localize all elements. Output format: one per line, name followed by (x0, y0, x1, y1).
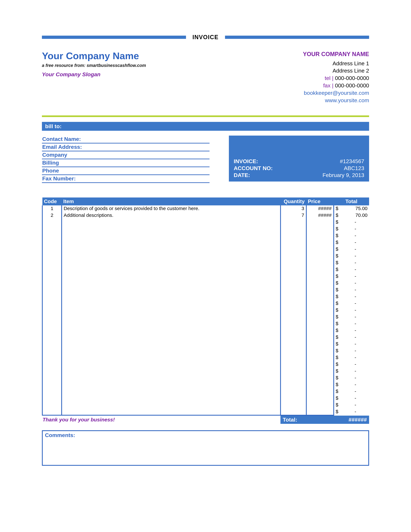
col-item: Item (62, 198, 280, 205)
bill-to-bar: bill to: (42, 122, 369, 131)
resource-line: a free resource from: smartbusinesscashf… (42, 63, 146, 68)
account-value: ABC123 (344, 165, 364, 171)
cell-code (42, 314, 62, 321)
cell-total: 70.00 (342, 212, 369, 219)
cell-qty (280, 260, 306, 266)
col-price: Price (306, 198, 334, 205)
cell-code (42, 361, 62, 368)
cell-qty (280, 273, 306, 280)
cell-price (306, 314, 334, 321)
table-row: 2Additional descriptions.7#####$70.00 (42, 212, 369, 219)
cell-item (62, 348, 280, 354)
fax-value: 000-000-0000 (335, 82, 369, 88)
email-link[interactable]: bookkeeper@yoursite.com (303, 89, 369, 97)
table-row: $- (42, 402, 369, 408)
bill-field-label: Contact Name: (42, 136, 81, 142)
cell-item (62, 239, 280, 246)
table-row: $- (42, 381, 369, 388)
bill-field[interactable]: Billing (42, 159, 210, 167)
cell-total: - (342, 361, 369, 368)
cell-total: - (342, 368, 369, 375)
cell-code (42, 354, 62, 361)
cell-price: ##### (306, 212, 334, 219)
cell-price (306, 402, 334, 408)
cell-total: - (342, 388, 369, 395)
cell-qty (280, 232, 306, 239)
comments-box[interactable]: Comments: (42, 430, 369, 466)
bill-field[interactable]: Company (42, 151, 210, 159)
cell-qty (280, 321, 306, 327)
table-row: $- (42, 260, 369, 266)
cell-qty: 7 (280, 212, 306, 219)
fax-line: fax | 000-000-0000 (303, 82, 369, 89)
bill-field[interactable]: Phone (42, 167, 210, 175)
cell-code (42, 381, 62, 388)
cell-code (42, 266, 62, 273)
table-row: $- (42, 294, 369, 300)
bill-field[interactable]: Contact Name: (42, 136, 210, 143)
cell-qty (280, 294, 306, 300)
table-row: 1Description of goods or services provid… (42, 205, 369, 212)
cell-currency: $ (334, 375, 342, 381)
website-link[interactable]: www.yoursite.com (303, 97, 369, 104)
cell-qty (280, 334, 306, 341)
cell-total: - (342, 354, 369, 361)
cell-total: - (342, 226, 369, 232)
cell-total: - (342, 321, 369, 327)
table-row: $- (42, 219, 369, 226)
grand-total-label: Total: (280, 416, 332, 424)
cell-total: - (342, 273, 369, 280)
tel-line: tel | 000-000-0000 (303, 75, 369, 82)
cell-price (306, 239, 334, 246)
bill-to-label: bill to: (45, 123, 62, 129)
cell-code: 1 (42, 205, 62, 212)
cell-qty (280, 375, 306, 381)
cell-code (42, 375, 62, 381)
table-row: $- (42, 246, 369, 253)
cell-currency: $ (334, 368, 342, 375)
cell-currency: $ (334, 361, 342, 368)
bill-fields: Contact Name:Email Address:CompanyBillin… (42, 136, 210, 183)
cell-qty (280, 280, 306, 287)
cell-qty (280, 327, 306, 334)
bill-field-label: Billing (42, 160, 59, 166)
table-row: $- (42, 287, 369, 294)
document-title: INVOICE (192, 34, 219, 41)
date-line: DATE: February 9, 2013 (234, 172, 364, 178)
cell-currency: $ (334, 307, 342, 314)
bill-field[interactable]: Fax Number: (42, 175, 210, 183)
cell-qty (280, 300, 306, 307)
cell-item (62, 314, 280, 321)
cell-item (62, 266, 280, 273)
cell-total: - (342, 287, 369, 294)
cell-currency: $ (334, 239, 342, 246)
table-row: $- (42, 327, 369, 334)
cell-code (42, 287, 62, 294)
cell-total: - (342, 402, 369, 408)
table-row: $- (42, 388, 369, 395)
col-total: Total (334, 198, 369, 205)
cell-code (42, 395, 62, 402)
cell-code (42, 300, 62, 307)
table-row: $- (42, 226, 369, 232)
cell-item (62, 232, 280, 239)
cell-qty (280, 314, 306, 321)
fax-label: fax (323, 82, 330, 88)
cell-item (62, 381, 280, 388)
table-row: $- (42, 300, 369, 307)
cell-item (62, 327, 280, 334)
table-row: $- (42, 280, 369, 287)
comments-label: Comments: (45, 432, 75, 438)
grand-total-value: ###### (332, 416, 369, 424)
cell-currency: $ (334, 260, 342, 266)
cell-price (306, 287, 334, 294)
cell-total: 75.00 (342, 205, 369, 212)
cell-currency: $ (334, 205, 342, 212)
cell-currency: $ (334, 287, 342, 294)
cell-code (42, 408, 62, 415)
cell-total: - (342, 294, 369, 300)
header: Your Company Name a free resource from: … (42, 50, 369, 104)
cell-code: 2 (42, 212, 62, 219)
table-row: $- (42, 314, 369, 321)
bill-field[interactable]: Email Address: (42, 143, 210, 151)
